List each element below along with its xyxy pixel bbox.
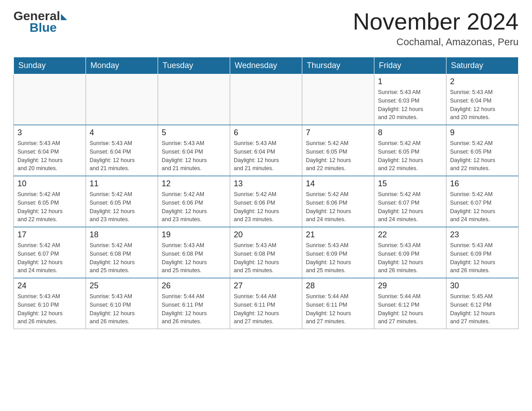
day-info: Sunrise: 5:42 AM Sunset: 6:07 PM Dayligh… [450, 190, 515, 224]
day-info: Sunrise: 5:44 AM Sunset: 6:11 PM Dayligh… [306, 292, 370, 326]
day-info: Sunrise: 5:42 AM Sunset: 6:05 PM Dayligh… [378, 139, 442, 173]
day-info: Sunrise: 5:44 AM Sunset: 6:12 PM Dayligh… [378, 292, 442, 326]
calendar-cell [302, 74, 374, 125]
calendar-cell: 4Sunrise: 5:43 AM Sunset: 6:04 PM Daylig… [86, 125, 158, 176]
calendar-cell: 21Sunrise: 5:43 AM Sunset: 6:09 PM Dayli… [302, 227, 374, 278]
calendar-week-row: 10Sunrise: 5:42 AM Sunset: 6:05 PM Dayli… [14, 176, 519, 227]
calendar-cell: 16Sunrise: 5:42 AM Sunset: 6:07 PM Dayli… [446, 176, 519, 227]
day-number: 13 [234, 179, 298, 188]
day-info: Sunrise: 5:42 AM Sunset: 6:06 PM Dayligh… [306, 190, 370, 224]
calendar-cell: 18Sunrise: 5:42 AM Sunset: 6:08 PM Dayli… [86, 227, 158, 278]
calendar-cell: 10Sunrise: 5:42 AM Sunset: 6:05 PM Dayli… [14, 176, 86, 227]
weekday-header-friday: Friday [374, 57, 446, 74]
day-number: 14 [306, 179, 370, 188]
day-info: Sunrise: 5:43 AM Sunset: 6:03 PM Dayligh… [378, 88, 442, 122]
day-number: 8 [378, 128, 442, 137]
weekday-header-thursday: Thursday [302, 57, 374, 74]
day-info: Sunrise: 5:42 AM Sunset: 6:07 PM Dayligh… [17, 241, 82, 275]
day-number: 28 [306, 281, 370, 291]
day-info: Sunrise: 5:42 AM Sunset: 6:06 PM Dayligh… [162, 190, 226, 224]
calendar-cell: 25Sunrise: 5:43 AM Sunset: 6:10 PM Dayli… [86, 278, 158, 329]
day-number: 4 [90, 128, 154, 137]
day-info: Sunrise: 5:42 AM Sunset: 6:05 PM Dayligh… [450, 139, 515, 173]
weekday-header-wednesday: Wednesday [230, 57, 302, 74]
day-info: Sunrise: 5:43 AM Sunset: 6:09 PM Dayligh… [378, 241, 442, 275]
calendar-cell: 9Sunrise: 5:42 AM Sunset: 6:05 PM Daylig… [446, 125, 519, 176]
weekday-header-sunday: Sunday [14, 57, 86, 74]
day-info: Sunrise: 5:43 AM Sunset: 6:04 PM Dayligh… [162, 139, 226, 173]
day-number: 18 [90, 230, 154, 240]
calendar-week-row: 17Sunrise: 5:42 AM Sunset: 6:07 PM Dayli… [14, 227, 519, 278]
calendar-week-row: 1Sunrise: 5:43 AM Sunset: 6:03 PM Daylig… [14, 74, 519, 125]
day-number: 24 [17, 281, 82, 291]
calendar-cell: 24Sunrise: 5:43 AM Sunset: 6:10 PM Dayli… [14, 278, 86, 329]
day-number: 20 [234, 230, 298, 240]
day-number: 15 [378, 179, 442, 188]
calendar-cell: 27Sunrise: 5:44 AM Sunset: 6:11 PM Dayli… [230, 278, 302, 329]
page-header: General Blue November 2024 Cochamal, Ama… [13, 9, 519, 48]
day-info: Sunrise: 5:42 AM Sunset: 6:07 PM Dayligh… [378, 190, 442, 224]
calendar-week-row: 3Sunrise: 5:43 AM Sunset: 6:04 PM Daylig… [14, 125, 519, 176]
day-info: Sunrise: 5:42 AM Sunset: 6:05 PM Dayligh… [17, 190, 82, 224]
day-number: 10 [17, 179, 82, 188]
day-number: 7 [306, 128, 370, 137]
day-number: 21 [306, 230, 370, 240]
calendar-cell: 3Sunrise: 5:43 AM Sunset: 6:04 PM Daylig… [14, 125, 86, 176]
calendar-cell: 13Sunrise: 5:42 AM Sunset: 6:06 PM Dayli… [230, 176, 302, 227]
day-number: 30 [450, 281, 515, 291]
calendar-cell: 8Sunrise: 5:42 AM Sunset: 6:05 PM Daylig… [374, 125, 446, 176]
day-number: 9 [450, 128, 515, 137]
calendar-header-row: SundayMondayTuesdayWednesdayThursdayFrid… [14, 57, 519, 74]
calendar-cell: 11Sunrise: 5:42 AM Sunset: 6:05 PM Dayli… [86, 176, 158, 227]
day-info: Sunrise: 5:43 AM Sunset: 6:04 PM Dayligh… [90, 139, 154, 173]
calendar-cell: 5Sunrise: 5:43 AM Sunset: 6:04 PM Daylig… [158, 125, 230, 176]
day-number: 27 [234, 281, 298, 291]
day-info: Sunrise: 5:43 AM Sunset: 6:10 PM Dayligh… [17, 292, 82, 326]
day-number: 12 [162, 179, 226, 188]
day-info: Sunrise: 5:42 AM Sunset: 6:05 PM Dayligh… [306, 139, 370, 173]
calendar-cell: 2Sunrise: 5:43 AM Sunset: 6:04 PM Daylig… [446, 74, 519, 125]
day-number: 19 [162, 230, 226, 240]
day-number: 17 [17, 230, 82, 240]
weekday-header-saturday: Saturday [446, 57, 519, 74]
day-number: 26 [162, 281, 226, 291]
calendar-cell: 12Sunrise: 5:42 AM Sunset: 6:06 PM Dayli… [158, 176, 230, 227]
calendar-cell: 22Sunrise: 5:43 AM Sunset: 6:09 PM Dayli… [374, 227, 446, 278]
day-number: 29 [378, 281, 442, 291]
calendar-week-row: 24Sunrise: 5:43 AM Sunset: 6:10 PM Dayli… [14, 278, 519, 329]
day-number: 22 [378, 230, 442, 240]
calendar-cell [158, 74, 230, 125]
calendar-cell: 28Sunrise: 5:44 AM Sunset: 6:11 PM Dayli… [302, 278, 374, 329]
month-title: November 2024 [353, 9, 519, 34]
calendar-cell: 1Sunrise: 5:43 AM Sunset: 6:03 PM Daylig… [374, 74, 446, 125]
day-info: Sunrise: 5:45 AM Sunset: 6:12 PM Dayligh… [450, 292, 515, 326]
day-number: 16 [450, 179, 515, 188]
day-info: Sunrise: 5:42 AM Sunset: 6:05 PM Dayligh… [90, 190, 154, 224]
title-area: November 2024 Cochamal, Amazonas, Peru [353, 9, 519, 48]
calendar-cell: 6Sunrise: 5:43 AM Sunset: 6:04 PM Daylig… [230, 125, 302, 176]
calendar-cell: 7Sunrise: 5:42 AM Sunset: 6:05 PM Daylig… [302, 125, 374, 176]
calendar-cell: 30Sunrise: 5:45 AM Sunset: 6:12 PM Dayli… [446, 278, 519, 329]
calendar-cell [86, 74, 158, 125]
calendar-cell: 20Sunrise: 5:43 AM Sunset: 6:08 PM Dayli… [230, 227, 302, 278]
calendar-cell: 17Sunrise: 5:42 AM Sunset: 6:07 PM Dayli… [14, 227, 86, 278]
day-info: Sunrise: 5:43 AM Sunset: 6:04 PM Dayligh… [234, 139, 298, 173]
calendar-table: SundayMondayTuesdayWednesdayThursdayFrid… [13, 57, 519, 329]
day-number: 3 [17, 128, 82, 137]
day-info: Sunrise: 5:42 AM Sunset: 6:08 PM Dayligh… [90, 241, 154, 275]
logo-triangle-icon [61, 14, 67, 20]
day-info: Sunrise: 5:43 AM Sunset: 6:08 PM Dayligh… [162, 241, 226, 275]
logo: General Blue [13, 9, 67, 35]
day-number: 23 [450, 230, 515, 240]
location-title: Cochamal, Amazonas, Peru [353, 36, 519, 48]
weekday-header-tuesday: Tuesday [158, 57, 230, 74]
day-number: 2 [450, 77, 515, 86]
day-number: 1 [378, 77, 442, 86]
day-info: Sunrise: 5:43 AM Sunset: 6:09 PM Dayligh… [306, 241, 370, 275]
calendar-cell: 15Sunrise: 5:42 AM Sunset: 6:07 PM Dayli… [374, 176, 446, 227]
day-info: Sunrise: 5:43 AM Sunset: 6:08 PM Dayligh… [234, 241, 298, 275]
calendar-cell [14, 74, 86, 125]
calendar-cell: 29Sunrise: 5:44 AM Sunset: 6:12 PM Dayli… [374, 278, 446, 329]
calendar-cell: 19Sunrise: 5:43 AM Sunset: 6:08 PM Dayli… [158, 227, 230, 278]
day-info: Sunrise: 5:44 AM Sunset: 6:11 PM Dayligh… [234, 292, 298, 326]
